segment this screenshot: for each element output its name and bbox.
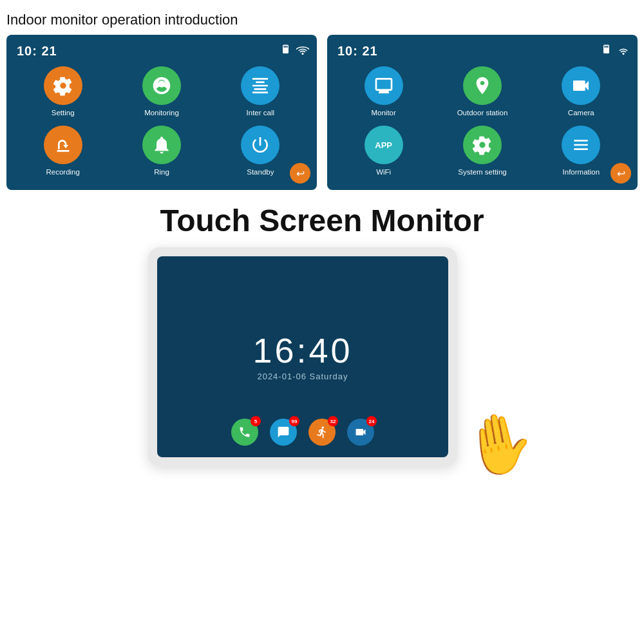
setting-button[interactable]: Setting <box>17 66 109 117</box>
standby-icon-circle <box>241 126 279 164</box>
svg-rect-3 <box>287 46 288 48</box>
outdoor-label: Outdoor station <box>457 109 508 117</box>
monitor-button[interactable]: Monitor <box>337 66 430 117</box>
monitoring-icon-circle <box>142 66 181 105</box>
sd-card-icon <box>281 44 292 55</box>
sd-card-icon2 <box>601 44 613 55</box>
screen2-icon-grid: Monitor Outdoor station Camera APP <box>337 66 627 176</box>
information-icon-circle <box>562 126 600 164</box>
monitor-wrapper: 16:40 2024-01-06 Saturday 5 99 <box>148 247 496 486</box>
wifi-icon2 <box>617 44 630 55</box>
screen2-status-icons <box>601 44 630 55</box>
camera-rec-button[interactable]: 24 <box>347 419 374 446</box>
recording-icon-circle <box>44 126 82 164</box>
page-title: Indoor monitor operation introduction <box>0 0 644 35</box>
screen1-icon-grid: Setting Monitoring Inter call <box>17 66 307 176</box>
top-screens: 10: 21 Setting <box>0 35 644 190</box>
monitor-frame: 16:40 2024-01-06 Saturday 5 99 <box>148 247 457 466</box>
screen2-back-button[interactable]: ↩ <box>611 163 631 184</box>
intercall-button[interactable]: Inter call <box>214 66 307 117</box>
ring-icon-circle <box>142 126 181 164</box>
svg-rect-6 <box>605 46 606 48</box>
camera-label: Camera <box>568 109 594 117</box>
intercall-icon-circle <box>241 66 279 105</box>
touch-monitor-section: Touch Screen Monitor 16:40 2024-01-06 Sa… <box>0 203 644 486</box>
outdoor-button[interactable]: Outdoor station <box>436 66 528 117</box>
svg-rect-7 <box>606 46 607 48</box>
intercall-label: Inter call <box>247 109 274 117</box>
camera-icon-circle <box>562 66 600 105</box>
phone-badge: 5 <box>251 416 261 426</box>
ring-label: Ring <box>154 168 169 176</box>
chat-button[interactable]: 99 <box>270 419 297 446</box>
recording-label: Recording <box>46 168 79 176</box>
screen2-time: 10: 21 <box>337 44 627 59</box>
monitor-icon-circle <box>365 66 403 105</box>
ring-button[interactable]: Ring <box>115 126 207 176</box>
monitor-label: Monitor <box>371 109 395 117</box>
motion-button[interactable]: 32 <box>308 419 336 446</box>
screen1-time: 10: 21 <box>17 44 307 59</box>
system-setting-button[interactable]: System setting <box>436 126 528 176</box>
information-label: Information <box>563 168 600 176</box>
hand-pointer-icon: 🤚 <box>458 409 539 478</box>
svg-rect-1 <box>284 46 285 48</box>
screen1-card: 10: 21 Setting <box>6 35 317 190</box>
touch-monitor-title: Touch Screen Monitor <box>160 203 484 238</box>
wifi-icon <box>296 44 309 55</box>
system-setting-icon-circle <box>463 126 502 164</box>
camera-button[interactable]: Camera <box>535 66 627 117</box>
chat-badge: 99 <box>289 416 299 426</box>
screen1-status-icons <box>281 44 309 55</box>
screen2-card: 10: 21 Monitor <box>327 35 638 190</box>
motion-badge: 32 <box>328 416 338 426</box>
monitoring-label: Monitoring <box>144 109 179 117</box>
outdoor-icon-circle <box>463 66 502 105</box>
system-setting-label: System setting <box>458 168 506 176</box>
monitoring-button[interactable]: Monitoring <box>115 66 207 117</box>
monitor-time: 16:40 <box>252 333 352 368</box>
svg-rect-2 <box>285 46 287 48</box>
monitor-bottom-icons: 5 99 32 24 <box>231 419 374 446</box>
recording-button[interactable]: Recording <box>17 126 109 176</box>
monitor-screen: 16:40 2024-01-06 Saturday 5 99 <box>157 256 448 457</box>
phone-button[interactable]: 5 <box>231 419 258 446</box>
setting-icon-circle <box>44 66 82 105</box>
monitor-date: 2024-01-06 Saturday <box>257 372 348 381</box>
camera-rec-badge: 24 <box>366 416 377 426</box>
standby-label: Standby <box>247 168 274 176</box>
wifi-button[interactable]: APP WiFi <box>337 126 430 176</box>
svg-rect-8 <box>607 46 609 48</box>
wifi-icon-circle: APP <box>365 126 403 164</box>
wifi-label: WiFi <box>376 168 391 176</box>
screen1-back-button[interactable]: ↩ <box>290 163 310 184</box>
setting-label: Setting <box>52 109 75 117</box>
